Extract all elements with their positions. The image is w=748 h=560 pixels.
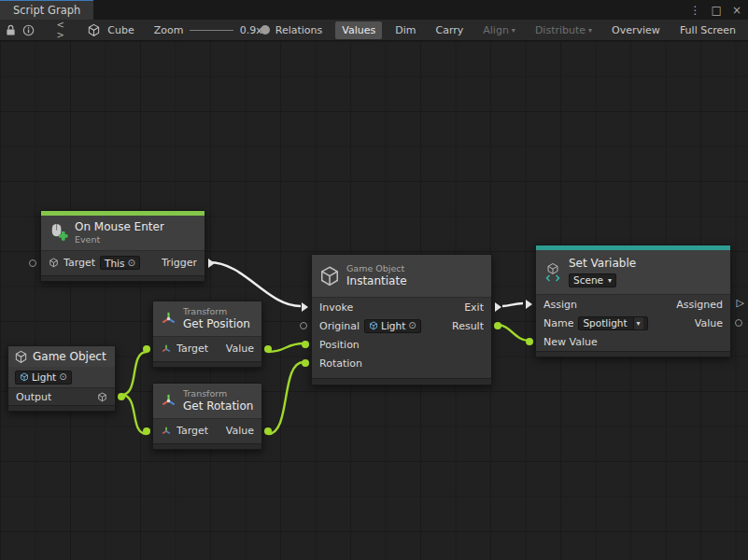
zoom-slider[interactable]: [190, 23, 233, 36]
node-title: Set Variable: [569, 257, 636, 271]
transform-icon: [161, 426, 172, 437]
node-instantiate[interactable]: Game Object Instantiate Invoke Exit Orig…: [311, 254, 492, 385]
full-screen-button[interactable]: Full Screen: [673, 21, 742, 39]
node-category: Game Object: [346, 263, 407, 274]
node-footer: [8, 405, 115, 411]
node-row: Name Spotlight ▾ Value: [536, 314, 730, 332]
node-header: Transform Get Rotation: [153, 384, 261, 419]
node-on-mouse-enter[interactable]: On Mouse Enter Event Target This ⊙: [40, 210, 205, 282]
align-button[interactable]: Align ▾: [476, 21, 522, 39]
node-row: Rotation: [312, 354, 491, 372]
target-object-chip[interactable]: This ⊙: [100, 256, 140, 270]
port-output[interactable]: [118, 393, 125, 400]
dropdown-arrow-icon[interactable]: ▾: [633, 317, 643, 329]
node-title: Game Object: [33, 350, 106, 363]
new-value-label: New Value: [543, 336, 598, 348]
distribute-label: Distribute: [535, 24, 586, 36]
script-graph-window: Script Graph ⋮ □ × < > Cube Zoom 0.9x Re…: [0, 0, 748, 560]
node-title: Get Rotation: [183, 399, 253, 413]
node-get-rotation[interactable]: Transform Get Rotation Target Value: [152, 383, 262, 450]
port-value-output[interactable]: [264, 345, 272, 353]
node-light-object[interactable]: Game Object Light ⊙ Output: [7, 345, 116, 412]
object-picker-icon[interactable]: ⊙: [128, 259, 135, 268]
port-invoke-input[interactable]: [302, 302, 308, 312]
lock-icon[interactable]: [6, 22, 16, 37]
port-original-input[interactable]: [300, 322, 307, 329]
output-label: Output: [16, 391, 51, 403]
port-target-input[interactable]: [29, 259, 36, 267]
port-trigger-output[interactable]: [208, 259, 215, 268]
graph-canvas[interactable]: On Mouse Enter Event Target This ⊙: [0, 41, 748, 560]
zoom-value: 0.9x: [240, 24, 262, 36]
exit-label: Exit: [464, 301, 484, 314]
game-object-icon: [49, 258, 59, 268]
zoom-label: Zoom: [154, 24, 184, 36]
align-label: Align: [483, 24, 509, 36]
original-label: Original: [319, 320, 360, 332]
value-label: Value: [695, 317, 723, 329]
node-row: Original Light ⊙ Result: [312, 316, 491, 335]
mouse-enter-event-icon: [48, 222, 69, 244]
info-icon[interactable]: [22, 22, 35, 37]
node-title: Get Position: [183, 317, 250, 331]
node-footer: [153, 443, 261, 449]
window-close-icon[interactable]: ×: [732, 5, 741, 16]
transform-icon: [160, 310, 177, 328]
dropdown-arrow-icon: ▾: [512, 26, 515, 35]
window-maximize-icon[interactable]: □: [712, 5, 722, 16]
target-label: Target: [176, 425, 208, 437]
port-assign-input[interactable]: [526, 300, 532, 309]
overview-button[interactable]: Overview: [605, 21, 667, 39]
distribute-button[interactable]: Distribute ▾: [529, 21, 599, 39]
dropdown-arrow-icon: ▾: [608, 276, 612, 286]
port-assigned-output[interactable]: ▷: [737, 298, 744, 308]
variable-name-value: Spotlight: [583, 317, 627, 329]
node-title: Instantiate: [346, 274, 407, 288]
position-label: Position: [319, 339, 360, 351]
port-target-input[interactable]: [143, 427, 150, 435]
game-object-icon: [14, 350, 28, 364]
node-row: Light ⊙: [8, 367, 115, 387]
transform-icon: [161, 343, 172, 355]
code-icon[interactable]: < >: [56, 22, 64, 37]
node-header: Game Object: [8, 346, 115, 367]
port-new-value-input[interactable]: [526, 338, 533, 345]
light-object-chip[interactable]: Light ⊙: [15, 371, 72, 385]
set-variable-icon: [543, 262, 563, 283]
target-label: Target: [176, 343, 208, 355]
node-get-position[interactable]: Transform Get Position Target Value: [152, 301, 262, 368]
node-set-variable[interactable]: Set Variable Scene ▾ Assign Assigned ▷ N…: [535, 245, 731, 357]
relations-button[interactable]: Relations: [269, 21, 330, 39]
port-result-output[interactable]: [494, 322, 501, 329]
graph-name: Cube: [107, 24, 134, 36]
node-category: Transform: [183, 306, 250, 317]
original-object-chip[interactable]: Light ⊙: [364, 319, 421, 333]
zoom-slider-track[interactable]: [190, 30, 233, 31]
dim-button[interactable]: Dim: [388, 21, 422, 39]
node-row: New Value: [536, 332, 730, 351]
rotation-label: Rotation: [319, 357, 362, 370]
window-menu-icon[interactable]: ⋮: [690, 5, 701, 16]
node-footer: [41, 275, 205, 281]
object-picker-icon[interactable]: ⊙: [59, 372, 66, 382]
port-position-input[interactable]: [302, 341, 309, 348]
target-object-name: This: [105, 258, 124, 269]
values-button[interactable]: Values: [335, 21, 382, 39]
target-label: Target: [64, 257, 95, 269]
port-value-output[interactable]: [264, 427, 272, 435]
port-value-output[interactable]: [735, 319, 742, 327]
trigger-label: Trigger: [162, 257, 197, 269]
assign-label: Assign: [543, 299, 577, 311]
node-row: Output: [8, 387, 115, 405]
port-target-input[interactable]: [143, 345, 150, 353]
variable-name-dropdown[interactable]: Spotlight ▾: [578, 316, 647, 330]
node-title: On Mouse Enter: [75, 220, 164, 234]
game-object-icon: [20, 372, 29, 382]
object-picker-icon[interactable]: ⊙: [408, 321, 416, 330]
node-row: Target Value: [153, 337, 261, 361]
port-exit-output[interactable]: [495, 302, 501, 312]
carry-button[interactable]: Carry: [429, 21, 470, 39]
tab-script-graph[interactable]: Script Graph: [0, 0, 93, 20]
port-rotation-input[interactable]: [302, 359, 309, 367]
variable-scope-dropdown[interactable]: Scene ▾: [569, 273, 616, 287]
